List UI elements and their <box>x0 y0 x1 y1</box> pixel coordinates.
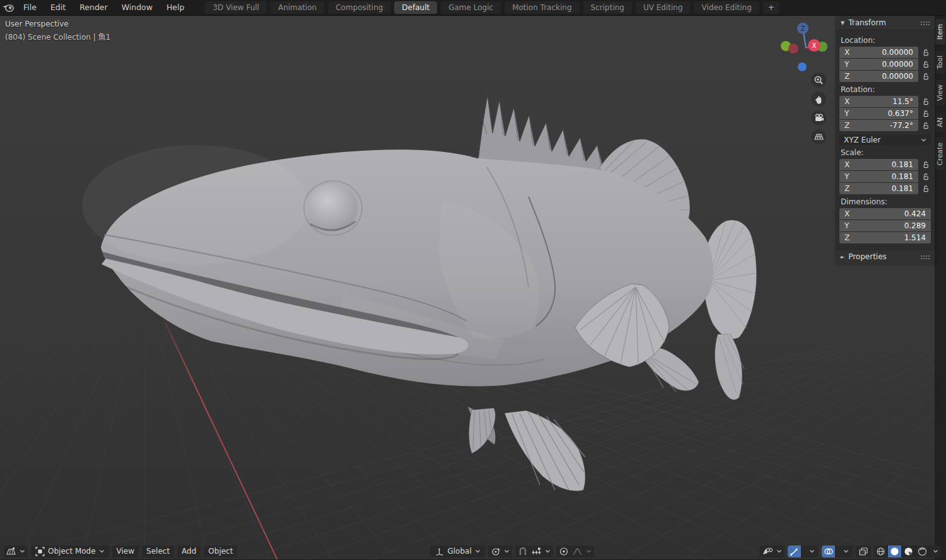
workspace-tab-compositing[interactable]: Compositing <box>328 1 390 14</box>
object-visibility-selector[interactable] <box>759 545 785 557</box>
mode-selector[interactable]: Object Mode <box>31 545 109 557</box>
rotation-mode-dropdown[interactable]: XYZ Euler <box>839 134 931 145</box>
snapping-controls[interactable] <box>515 545 553 557</box>
scale-y-field[interactable]: Y 0.181 <box>839 171 918 182</box>
dimensions-y-field[interactable]: Y 0.289 <box>839 220 931 231</box>
editor-type-button[interactable] <box>4 545 28 557</box>
dimensions-label: Dimensions: <box>841 197 930 206</box>
transform-panel-header[interactable]: ▼ Transform <box>836 16 935 30</box>
lock-icon[interactable] <box>920 98 931 105</box>
shading-wireframe-button[interactable] <box>874 545 888 557</box>
gizmos-dropdown[interactable] <box>805 545 819 557</box>
pan-button[interactable] <box>811 91 826 107</box>
camera-view-button[interactable] <box>811 110 826 125</box>
blender-logo[interactable] <box>0 3 16 13</box>
lock-icon[interactable] <box>920 61 931 68</box>
menu-object[interactable]: Object <box>204 545 237 557</box>
object-mode-icon <box>35 547 45 556</box>
menu-file[interactable]: File <box>16 0 44 15</box>
shading-rendered-button[interactable] <box>916 545 930 557</box>
rotation-label: Rotation: <box>841 85 930 94</box>
sidebar-tab-an[interactable]: AN <box>935 112 946 133</box>
add-workspace-button[interactable]: + <box>763 1 780 14</box>
sidebar-tab-create[interactable]: Create <box>935 137 946 172</box>
workspace-tab-scripting[interactable]: Scripting <box>583 1 632 14</box>
location-label: Location: <box>841 36 930 45</box>
chevron-down-icon <box>933 549 938 554</box>
menu-render[interactable]: Render <box>73 0 115 15</box>
pivot-point-selector[interactable] <box>488 545 512 557</box>
properties-panel-header[interactable]: ► Properties <box>836 249 935 264</box>
shading-dropdown[interactable] <box>930 545 941 557</box>
sidebar-tab-strip: Item Tool View AN Create <box>935 16 946 559</box>
ortho-toggle-button[interactable] <box>811 129 826 144</box>
lock-icon[interactable] <box>920 122 931 129</box>
xray-toggle[interactable] <box>856 545 871 557</box>
workspace-tab-default[interactable]: Default <box>394 1 437 14</box>
workspace-tab-animation[interactable]: Animation <box>271 1 324 14</box>
tail-lower-lobe <box>715 334 742 400</box>
drag-dots-icon[interactable] <box>920 21 930 25</box>
chevron-down-icon <box>843 549 849 554</box>
gizmo-axis-x-neg[interactable] <box>788 44 798 54</box>
workspace-tab-uv-editing[interactable]: UV Editing <box>636 1 691 14</box>
falloff-curve-icon <box>572 547 583 556</box>
workspace-tab-motion-tracking[interactable]: Motion Tracking <box>505 1 579 14</box>
overlays-toggle[interactable] <box>822 545 853 557</box>
location-x-field[interactable]: X 0.00000 <box>839 47 918 58</box>
dimensions-x-field[interactable]: X 0.424 <box>839 208 931 219</box>
lock-icon[interactable] <box>920 73 931 80</box>
gizmo-arrow-icon[interactable] <box>788 545 802 557</box>
gizmo-axis-z-neg[interactable] <box>798 62 807 71</box>
lock-icon[interactable] <box>920 185 931 192</box>
overlays-dropdown[interactable] <box>839 545 853 557</box>
menu-edit[interactable]: Edit <box>44 0 73 15</box>
magnifier-plus-icon <box>814 75 824 85</box>
xray-icon <box>858 547 868 556</box>
shading-mode-selector <box>874 545 941 557</box>
menu-help[interactable]: Help <box>160 0 192 15</box>
proportional-editing-controls[interactable] <box>556 545 594 557</box>
workspace-tab-video-editing[interactable]: Video Editing <box>694 1 759 14</box>
rotation-z-field[interactable]: Z -77.2° <box>839 120 918 131</box>
fish-model[interactable] <box>0 16 935 559</box>
navigation-gizmo[interactable]: X Z <box>780 21 831 73</box>
menu-view[interactable]: View <box>112 545 139 557</box>
material-sphere-icon <box>904 547 913 556</box>
zoom-button[interactable] <box>811 73 826 88</box>
pelvic-fin-large <box>505 411 585 491</box>
editor-3d-viewport-icon <box>6 547 16 556</box>
viewport-3d[interactable]: User Perspective (804) Scene Collection … <box>0 16 946 559</box>
orientation-label: Global <box>447 547 471 556</box>
shading-solid-button[interactable] <box>888 545 902 557</box>
location-z-field[interactable]: Z 0.00000 <box>839 71 918 82</box>
rotation-x-field[interactable]: X 11.5° <box>839 96 918 107</box>
sidebar-tab-view[interactable]: View <box>935 79 946 107</box>
gizmos-toggle[interactable] <box>788 545 819 557</box>
menu-add[interactable]: Add <box>177 545 201 557</box>
hand-icon <box>814 94 824 104</box>
transform-orientation-selector[interactable]: Global <box>430 545 484 557</box>
scale-z-field[interactable]: Z 0.181 <box>839 183 918 194</box>
scale-x-field[interactable]: X 0.181 <box>839 159 918 170</box>
shading-material-button[interactable] <box>902 545 916 557</box>
lock-icon[interactable] <box>920 49 931 56</box>
location-y-field[interactable]: Y 0.00000 <box>839 59 918 70</box>
rotation-y-field[interactable]: Y 0.637° <box>839 108 918 119</box>
workspace-tab-game-logic[interactable]: Game Logic <box>441 1 501 14</box>
menu-select[interactable]: Select <box>142 545 174 557</box>
lock-icon[interactable] <box>920 110 931 117</box>
lock-icon[interactable] <box>920 161 931 168</box>
view-perspective-label: User Perspective <box>5 20 110 28</box>
chevron-down-icon <box>809 549 815 554</box>
dimensions-z-field[interactable]: Z 1.514 <box>839 232 931 243</box>
overlays-icon[interactable] <box>822 545 836 557</box>
drag-dots-icon[interactable] <box>920 255 930 259</box>
sidebar-tab-tool[interactable]: Tool <box>935 50 946 74</box>
chevron-down-icon <box>545 549 551 554</box>
menu-window[interactable]: Window <box>115 0 160 15</box>
svg-text:Z: Z <box>801 25 805 32</box>
sidebar-tab-item[interactable]: Item <box>935 18 946 45</box>
workspace-tab-3d-view-full[interactable]: 3D View Full <box>205 1 267 14</box>
lock-icon[interactable] <box>920 173 931 180</box>
